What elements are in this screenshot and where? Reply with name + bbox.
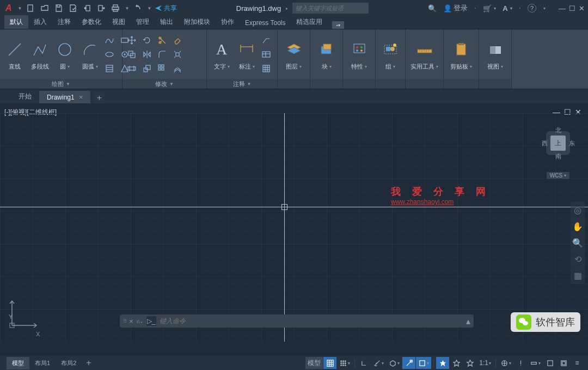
layout-add-button[interactable]: + [82,358,95,368]
status-annotation-monitor-icon[interactable] [514,357,527,369]
panel-modify-title[interactable]: 修改▼ [122,79,206,89]
mirror-icon[interactable] [141,48,153,60]
web-save-icon[interactable] [96,3,107,14]
ribbon-tab-default[interactable]: 默认 [4,15,28,29]
status-annoauto-icon[interactable] [463,357,476,369]
status-snap-icon[interactable]: ▾ [337,357,352,369]
layout-tab-layout2[interactable]: 布局2 [56,357,82,369]
array-icon[interactable] [156,63,168,75]
panel-annot-title[interactable]: 注释▼ [207,79,277,89]
undo-icon[interactable] [132,3,143,14]
minimize-button[interactable]: — [559,4,566,13]
search-box[interactable] [292,3,369,14]
rotate-icon[interactable] [141,34,153,46]
status-grid-icon[interactable] [323,357,336,369]
panel-clipboard[interactable]: 剪贴板▾ [444,29,479,89]
panel-layer[interactable]: 图层▾ [278,29,310,89]
text-button[interactable]: A文字▾ [210,36,233,72]
cmd-recent-icon[interactable]: ⎌▾ [137,318,143,324]
viewcube-south[interactable]: 南 [555,152,561,161]
nav-showmotion-icon[interactable]: ▦ [572,270,583,281]
line-button[interactable]: 直线 [3,36,26,72]
copy-icon[interactable] [126,48,138,60]
leader-icon[interactable] [260,34,272,46]
viewcube-top-face[interactable]: 上 [550,135,566,151]
autodesk-app-icon[interactable]: A▾ [503,4,512,13]
search-icon[interactable]: 🔍 [428,4,437,13]
ribbon-tab-insert[interactable]: 插入 [28,15,52,29]
status-annoscale-icon[interactable] [436,357,449,369]
trim-icon[interactable] [156,34,168,46]
viewcube-east[interactable]: 东 [569,139,575,147]
status-quickprops-icon[interactable] [543,357,556,369]
field-icon[interactable] [260,63,272,75]
ribbon-tab-addins[interactable]: 附加模块 [179,15,216,29]
open-icon[interactable] [39,3,50,14]
move-icon[interactable] [126,34,138,46]
spline-icon[interactable] [103,34,115,46]
ribbon-tab-express[interactable]: Express Tools [240,17,291,29]
web-open-icon[interactable] [82,3,93,14]
dimension-button[interactable]: 标注▾ [235,36,258,72]
login-button[interactable]: 👤 登录 [443,3,468,13]
status-scale-button[interactable]: 1:1▾ [477,357,493,369]
status-units-icon[interactable]: ▾ [528,357,543,369]
table-icon[interactable] [260,48,272,60]
command-input[interactable] [160,317,463,325]
doc-arrow[interactable]: ▸ [286,6,288,11]
ribbon-tab-featured[interactable]: 精选应用 [291,15,328,29]
status-workspace-icon[interactable]: ▾ [498,357,513,369]
file-tab-drawing1[interactable]: Drawing1× [39,91,90,103]
scale-icon[interactable] [141,63,153,75]
cmd-expand-icon[interactable]: ▴ [466,316,470,326]
saveas-icon[interactable] [68,3,78,14]
circle-button[interactable]: 圆▾ [53,36,76,72]
search-input[interactable] [292,3,369,14]
nav-wheel-icon[interactable]: ◎ [572,205,583,215]
status-otrack-icon[interactable] [402,357,415,369]
explode-icon[interactable] [171,48,183,60]
ribbon-tab-collaborate[interactable]: 协作 [216,15,240,29]
erase-icon[interactable] [171,34,183,46]
cart-icon[interactable]: 🛒▾ [483,4,496,13]
status-osnap-icon[interactable]: ▾ [416,357,431,369]
panel-block[interactable]: 块▾ [310,29,343,89]
viewcube[interactable]: 北 西 上 东 南 WCS▾ [539,125,577,179]
layout-tab-model[interactable]: 模型 [7,357,29,369]
stretch-icon[interactable] [126,63,138,75]
panel-utilities[interactable]: 实用工具▾ [406,29,444,89]
status-isolate-icon[interactable] [557,357,570,369]
panel-properties[interactable]: 特性▾ [343,29,376,89]
nav-zoom-icon[interactable]: 🔍 [572,237,583,248]
share-button[interactable]: 共享 [155,4,177,13]
close-button[interactable]: ✕ [579,4,585,13]
ellipse-icon[interactable] [103,48,115,60]
app-menu-arrow[interactable]: ▼ [18,6,22,11]
ribbon-tab-view[interactable]: 视图 [107,15,131,29]
viewcube-west[interactable]: 西 [542,139,548,147]
status-annovisible-icon[interactable] [450,357,463,369]
panel-view[interactable]: 视图▾ [479,29,512,89]
ribbon-tab-parametric[interactable]: 参数化 [76,15,107,29]
panel-draw-title[interactable]: 绘图▼ [0,79,122,89]
new-icon[interactable] [25,3,36,14]
help-icon[interactable]: ? [528,4,536,13]
layout-tab-layout1[interactable]: 布局1 [29,357,56,369]
close-tab-icon[interactable]: × [79,93,83,101]
ribbon-tab-annotate[interactable]: 注释 [52,15,76,29]
status-polar-icon[interactable]: ▾ [371,357,386,369]
offset-icon[interactable] [171,63,183,75]
cmd-handle-icon[interactable]: ⠿ [123,318,126,324]
status-isodraft-icon[interactable]: ▾ [387,357,402,369]
cmd-close-icon[interactable]: × [129,317,133,325]
polyline-button[interactable]: 多段线 [28,36,51,72]
ribbon-tab-manage[interactable]: 管理 [131,15,155,29]
ribbon-overflow[interactable]: ▪▾ [332,21,344,29]
nav-orbit-icon[interactable]: ⟲ [572,254,583,264]
status-model-button[interactable]: 模型 [305,357,323,369]
status-customize-icon[interactable]: ≡ [571,357,584,369]
add-tab-button[interactable]: + [94,92,105,103]
status-ortho-icon[interactable] [357,357,370,369]
nav-pan-icon[interactable]: ✋ [572,221,583,232]
hatch-icon[interactable] [103,63,115,75]
